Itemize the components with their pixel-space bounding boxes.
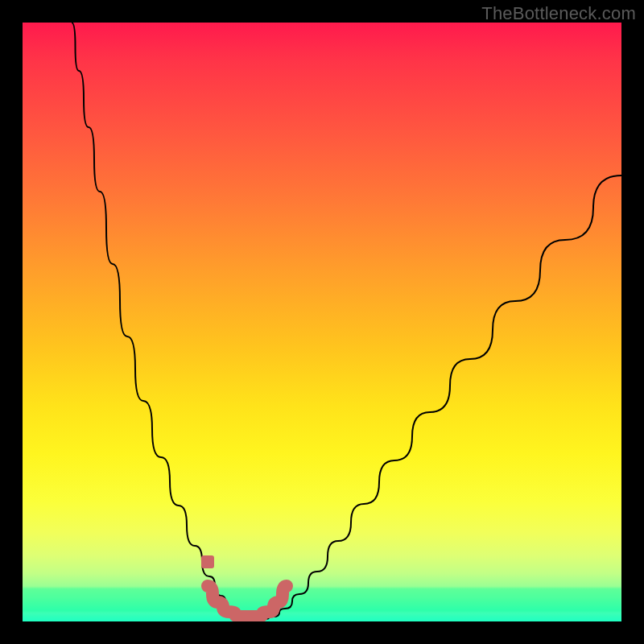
left-curve [72,23,264,619]
pink-dot [201,555,214,568]
chart-frame: TheBottleneck.com [0,0,644,644]
curve-layer [23,23,621,621]
plot-area [23,23,621,621]
watermark-text: TheBottleneck.com [481,3,636,24]
right-curve [264,175,621,619]
pink-trace [208,586,287,617]
